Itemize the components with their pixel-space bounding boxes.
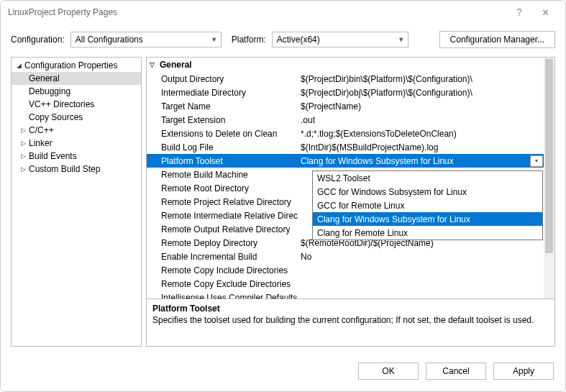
tree-item[interactable]: General xyxy=(12,72,141,85)
property-value[interactable]: No xyxy=(298,252,544,262)
platform-select[interactable]: Active(x64) ▼ xyxy=(272,32,408,47)
property-name: Remote Copy Exclude Directories xyxy=(147,279,298,289)
property-row[interactable]: Intermediate Directory$(ProjectDir)obj\$… xyxy=(147,86,544,99)
expander-expand-icon[interactable]: ▷ xyxy=(19,165,27,173)
cancel-button[interactable]: Cancel xyxy=(426,363,486,380)
property-name: Target Extension xyxy=(147,115,298,125)
description-pane: Platform Toolset Specifies the toolset u… xyxy=(147,298,554,346)
property-name: Remote Deploy Directory xyxy=(147,238,298,248)
property-row[interactable]: Remote Copy Include Directories xyxy=(147,263,544,277)
tree-item-label: C/C++ xyxy=(27,125,54,135)
tree-item-label: VC++ Directories xyxy=(27,99,94,109)
property-name: Extensions to Delete on Clean xyxy=(147,129,298,139)
platform-toolset-dropdown[interactable]: WSL2 ToolsetGCC for Windows Subsystem fo… xyxy=(312,170,543,240)
expander-expand-icon[interactable]: ▷ xyxy=(19,152,27,160)
property-name: Remote Output Relative Directory xyxy=(147,224,298,234)
scrollbar-thumb[interactable] xyxy=(545,59,553,253)
tree-item[interactable]: Debugging xyxy=(12,85,141,98)
dropdown-option[interactable]: Clang for Windows Subsystem for Linux xyxy=(313,212,542,226)
property-row[interactable]: Remote Copy Exclude Directories xyxy=(147,277,544,291)
apply-button[interactable]: Apply xyxy=(493,363,554,380)
property-name: Output Directory xyxy=(147,74,298,84)
property-value[interactable]: Clang for Windows Subsystem for Linux xyxy=(298,156,530,166)
property-value[interactable]: *.d;*.tlog;$(ExtensionsToDeleteOnClean) xyxy=(298,129,544,139)
property-name: Remote Build Machine xyxy=(147,170,298,180)
property-value[interactable]: $(ProjectDir)obj\$(Platform)\$(Configura… xyxy=(298,88,544,98)
tree-item[interactable]: ▷Build Events xyxy=(12,150,141,163)
scrollbar[interactable] xyxy=(544,58,554,298)
property-row[interactable]: Intellisense Uses Compiler Defaults xyxy=(147,291,544,298)
help-icon[interactable]: ? xyxy=(506,6,532,18)
tree-item-label: Debugging xyxy=(27,86,70,96)
close-icon[interactable]: ✕ xyxy=(532,7,558,18)
property-name: Build Log File xyxy=(147,142,298,152)
property-name: Remote Intermediate Relative Directory xyxy=(147,211,298,221)
nav-tree[interactable]: ◢ Configuration Properties GeneralDebugg… xyxy=(11,57,142,347)
dropdown-arrow-icon[interactable]: ▾ xyxy=(530,155,543,167)
titlebar: LinuxProject Property Pages ? ✕ xyxy=(1,1,565,24)
property-row[interactable]: Target Name$(ProjectName) xyxy=(147,99,544,113)
expander-collapse-icon[interactable]: ◢ xyxy=(14,62,23,69)
dropdown-option[interactable]: Clang for Remote Linux xyxy=(313,226,542,240)
property-name: Remote Project Relative Directory xyxy=(147,197,298,207)
expander-expand-icon[interactable]: ▷ xyxy=(19,127,27,134)
description-body: Specifies the toolset used for building … xyxy=(152,315,549,325)
property-value[interactable]: $(IntDir)$(MSBuildProjectName).log xyxy=(298,142,544,152)
expander-collapse-icon[interactable]: ▽ xyxy=(150,61,160,68)
property-row[interactable]: Target Extension.out xyxy=(147,113,544,127)
dropdown-option[interactable]: GCC for Remote Linux xyxy=(313,199,542,212)
tree-item-label: Custom Build Step xyxy=(27,164,100,174)
property-row[interactable]: Enable Incremental BuildNo xyxy=(147,250,544,263)
tree-item-label: Build Events xyxy=(27,151,77,161)
tree-item[interactable]: ▷Linker xyxy=(12,137,141,150)
tree-item-label: Copy Sources xyxy=(27,112,83,122)
tree-item[interactable]: Copy Sources xyxy=(12,111,141,124)
ok-button[interactable]: OK xyxy=(358,363,419,380)
property-row[interactable]: Output Directory$(ProjectDir)bin\$(Platf… xyxy=(147,72,544,86)
main: ◢ Configuration Properties GeneralDebugg… xyxy=(1,57,565,354)
tree-item-label: Linker xyxy=(27,138,53,148)
configuration-label: Configuration: xyxy=(11,35,65,45)
property-name: Platform Toolset xyxy=(147,156,298,166)
window-title: LinuxProject Property Pages xyxy=(8,7,506,17)
property-value[interactable]: $(ProjectName) xyxy=(298,101,544,111)
description-title: Platform Toolset xyxy=(152,304,549,314)
tree-item-label: General xyxy=(27,73,60,83)
property-name: Remote Copy Include Directories xyxy=(147,265,298,275)
config-row: Configuration: All Configurations ▼ Plat… xyxy=(1,24,565,57)
tree-item[interactable]: ▷C/C++ xyxy=(12,124,141,137)
property-row[interactable]: Build Log File$(IntDir)$(MSBuildProjectN… xyxy=(147,140,544,154)
property-name: Remote Root Directory xyxy=(147,183,298,193)
dropdown-option[interactable]: GCC for Windows Subsystem for Linux xyxy=(313,185,542,199)
category-general[interactable]: ▽ General xyxy=(147,58,544,72)
property-row[interactable]: Extensions to Delete on Clean*.d;*.tlog;… xyxy=(147,127,544,140)
tree-root[interactable]: ◢ Configuration Properties xyxy=(12,59,141,72)
chevron-down-icon: ▼ xyxy=(208,36,221,43)
property-name: Intermediate Directory xyxy=(147,88,298,98)
property-name: Intellisense Uses Compiler Defaults xyxy=(147,293,298,299)
dropdown-option[interactable]: WSL2 Toolset xyxy=(313,171,542,185)
property-name: Enable Incremental Build xyxy=(147,252,298,262)
property-value[interactable]: .out xyxy=(298,115,544,125)
tree-item[interactable]: ▷Custom Build Step xyxy=(12,163,141,176)
expander-expand-icon[interactable]: ▷ xyxy=(19,140,27,147)
configuration-manager-button[interactable]: Configuration Manager... xyxy=(439,31,555,48)
dialog-footer: OK Cancel Apply xyxy=(1,354,565,391)
property-name: Target Name xyxy=(147,101,298,111)
configuration-select[interactable]: All Configurations ▼ xyxy=(70,32,222,47)
property-row[interactable]: Platform ToolsetClang for Windows Subsys… xyxy=(147,154,544,168)
platform-label: Platform: xyxy=(232,35,266,45)
property-value[interactable]: $(ProjectDir)bin\$(Platform)\$(Configura… xyxy=(298,74,544,84)
tree-item[interactable]: VC++ Directories xyxy=(12,98,141,111)
chevron-down-icon: ▼ xyxy=(395,36,408,43)
property-grid: ▽ General Output Directory$(ProjectDir)b… xyxy=(146,57,555,347)
